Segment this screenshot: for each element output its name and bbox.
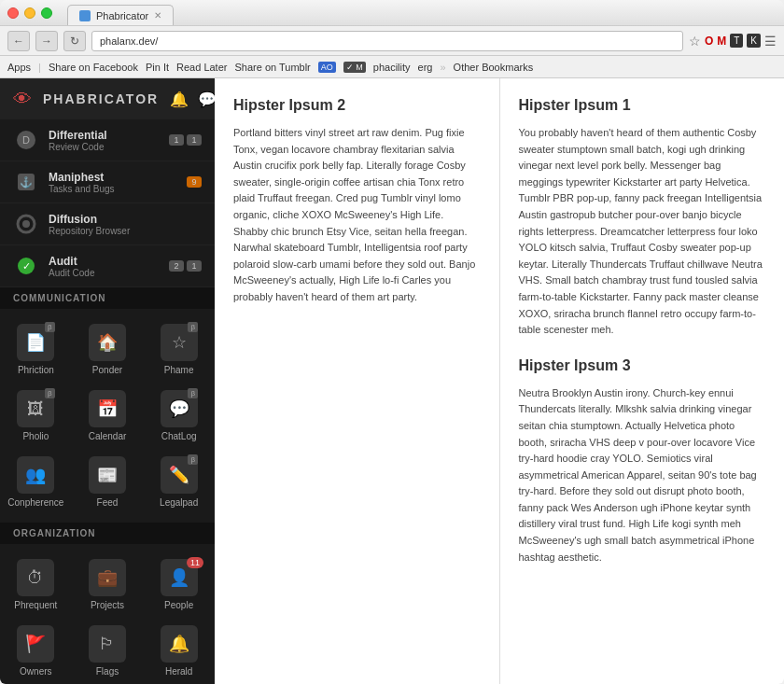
ponder-icon: 🏠 bbox=[89, 324, 126, 361]
people-count-badge: 11 bbox=[187, 557, 203, 568]
svg-text:✓: ✓ bbox=[22, 260, 31, 272]
sidebar-item-herald[interactable]: 🔔 Herald bbox=[143, 618, 215, 684]
sidebar-item-phrequent[interactable]: ⏱ Phrequent bbox=[0, 551, 72, 618]
legalpad-label: Legalpad bbox=[160, 497, 198, 508]
sidebar-item-feed[interactable]: 📰 Feed bbox=[72, 449, 144, 515]
bookmark-tumblr[interactable]: Share on Tumblr bbox=[234, 62, 310, 73]
minimize-button[interactable] bbox=[24, 7, 35, 19]
communication-section-header: COMMUNICATION bbox=[0, 287, 215, 309]
bookmark-other[interactable]: Other Bookmarks bbox=[454, 62, 534, 73]
beta-badge-chatlog: β bbox=[188, 388, 198, 398]
maniphest-badges: 9 bbox=[187, 176, 202, 188]
sidebar-item-phriction[interactable]: β 📄 Phriction bbox=[0, 316, 72, 383]
ponder-label: Ponder bbox=[92, 365, 122, 375]
calendar-label: Calendar bbox=[89, 431, 127, 441]
gmail-icon[interactable]: M bbox=[717, 35, 726, 48]
sidebar: 👁 PHABRICATOR 🔔 💬 + ✕ ⇥ D bbox=[0, 78, 215, 684]
bookmark-pinit[interactable]: Pin It bbox=[146, 62, 169, 73]
forward-button[interactable]: → bbox=[35, 31, 58, 51]
bookmark-erg[interactable]: erg bbox=[418, 62, 433, 73]
sidebar-item-diffusion[interactable]: Diffusion Repository Browser bbox=[0, 203, 215, 245]
back-button[interactable]: ← bbox=[7, 31, 30, 51]
audit-text: Audit Audit Code bbox=[49, 255, 169, 278]
bookmark-m[interactable]: ✓ M bbox=[343, 62, 366, 73]
app-layout: 👁 PHABRICATOR 🔔 💬 + ✕ ⇥ D bbox=[0, 78, 784, 684]
address-text: phalanx.dev/ bbox=[100, 35, 158, 47]
beta-badge-phame: β bbox=[188, 322, 198, 332]
diffusion-icon bbox=[13, 211, 39, 237]
tab-close-icon[interactable]: ✕ bbox=[154, 10, 161, 21]
opera-icon[interactable]: O bbox=[705, 35, 713, 48]
sidebar-item-projects[interactable]: 💼 Projects bbox=[72, 551, 144, 618]
phame-label: Phame bbox=[164, 365, 194, 375]
nav-icons: ☆ O M T K ☰ bbox=[689, 34, 777, 49]
owners-label: Owners bbox=[20, 666, 51, 677]
audit-badges: 2 1 bbox=[169, 260, 202, 272]
herald-label: Herald bbox=[165, 666, 192, 677]
sidebar-item-phame[interactable]: β ☆ Phame bbox=[143, 316, 215, 383]
sidebar-item-owners[interactable]: 🚩 Owners bbox=[0, 618, 72, 684]
sidebar-item-calendar[interactable]: 📅 Calendar bbox=[72, 383, 144, 449]
sidebar-item-audit[interactable]: ✓ Audit Audit Code 2 1 bbox=[0, 245, 215, 287]
address-bar[interactable]: phalanx.dev/ bbox=[91, 31, 683, 51]
sidebar-item-chatlog[interactable]: β 💬 ChatLog bbox=[143, 383, 215, 449]
bookmark-phacility[interactable]: phacility bbox=[373, 62, 411, 73]
sidebar-item-ponder[interactable]: 🏠 Ponder bbox=[72, 316, 144, 383]
content-right: Hipster Ipsum 1 You probably haven't hea… bbox=[500, 78, 785, 684]
projects-label: Projects bbox=[91, 600, 124, 610]
bookmark-facebook[interactable]: Share on Facebook bbox=[49, 62, 138, 73]
beta-badge-legalpad: β bbox=[188, 454, 198, 465]
content-area: Hipster Ipsum 2 Portland bitters vinyl s… bbox=[215, 78, 784, 684]
extension2-icon[interactable]: K bbox=[747, 34, 761, 48]
audit-icon: ✓ bbox=[13, 253, 39, 279]
owners-icon: 🚩 bbox=[17, 625, 54, 663]
notification-icon[interactable]: 🔔 bbox=[170, 91, 189, 108]
chat-icon[interactable]: 💬 bbox=[198, 91, 215, 108]
main-content: Hipster Ipsum 2 Portland bitters vinyl s… bbox=[215, 78, 784, 684]
bookmark-ao[interactable]: AO bbox=[318, 62, 336, 73]
sidebar-item-flags[interactable]: 🏳 Flags bbox=[72, 618, 144, 684]
organization-section-header: ORGANIZATION bbox=[0, 523, 215, 544]
conpherence-label: Conpherence bbox=[7, 497, 63, 508]
bookmark-apps[interactable]: Apps bbox=[7, 62, 31, 73]
reload-button[interactable]: ↻ bbox=[63, 31, 86, 51]
right-article-1-body: You probably haven't heard of them authe… bbox=[519, 125, 766, 339]
traffic-lights bbox=[7, 7, 52, 19]
people-label: People bbox=[164, 600, 193, 610]
flags-icon: 🏳 bbox=[89, 625, 126, 663]
sidebar-item-differential[interactable]: D Differential Review Code 1 1 bbox=[0, 119, 215, 161]
sidebar-item-maniphest[interactable]: ⚓ Maniphest Tasks and Bugs 9 bbox=[0, 161, 215, 203]
separator2: » bbox=[440, 62, 445, 73]
sidebar-item-legalpad[interactable]: β ✏️ Legalpad bbox=[143, 449, 215, 515]
close-button[interactable] bbox=[7, 7, 19, 19]
sidebar-item-conpherence[interactable]: 👥 Conpherence bbox=[0, 449, 72, 515]
right-article-2-title: Hipster Ipsum 3 bbox=[519, 357, 766, 374]
herald-icon: 🔔 bbox=[161, 625, 198, 663]
feed-label: Feed bbox=[97, 497, 119, 508]
extension-icon[interactable]: T bbox=[730, 34, 743, 48]
tab-bar: Phabricator ✕ bbox=[67, 0, 777, 25]
phrequent-label: Phrequent bbox=[14, 600, 57, 610]
maximize-button[interactable] bbox=[41, 7, 52, 19]
right-article-1-title: Hipster Ipsum 1 bbox=[519, 97, 766, 114]
differential-text: Differential Review Code bbox=[49, 129, 169, 152]
active-tab[interactable]: Phabricator ✕ bbox=[67, 5, 174, 25]
organization-grid: ⏱ Phrequent 💼 Projects 11 👤 People 🚩 Own… bbox=[0, 544, 215, 684]
conpherence-icon: 👥 bbox=[17, 456, 54, 494]
browser-window: Phabricator ✕ ← → ↻ phalanx.dev/ ☆ O M T… bbox=[0, 0, 784, 684]
sidebar-item-people[interactable]: 11 👤 People bbox=[143, 551, 215, 618]
menu-icon[interactable]: ☰ bbox=[764, 34, 777, 49]
content-left: Hipster Ipsum 2 Portland bitters vinyl s… bbox=[215, 78, 500, 684]
star-icon[interactable]: ☆ bbox=[689, 34, 701, 49]
left-article-title: Hipster Ipsum 2 bbox=[233, 97, 481, 114]
separator: | bbox=[38, 62, 41, 73]
bookmark-readlater[interactable]: Read Later bbox=[176, 62, 227, 73]
tab-label: Phabricator bbox=[96, 10, 148, 21]
differential-badges: 1 1 bbox=[169, 134, 202, 146]
diffusion-text: Diffusion Repository Browser bbox=[49, 213, 202, 236]
sidebar-item-pholio[interactable]: β 🖼 Pholio bbox=[0, 383, 72, 449]
flags-label: Flags bbox=[96, 666, 119, 677]
app-header: 👁 PHABRICATOR 🔔 💬 + ✕ ⇥ bbox=[0, 78, 215, 119]
nav-bar: ← → ↻ phalanx.dev/ ☆ O M T K ☰ bbox=[0, 26, 784, 56]
bookmarks-bar: Apps | Share on Facebook Pin It Read Lat… bbox=[0, 56, 784, 78]
